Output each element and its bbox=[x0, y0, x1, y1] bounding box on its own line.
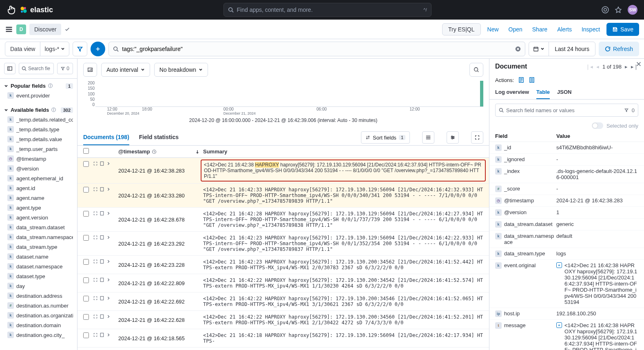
app-badge[interactable]: D bbox=[16, 24, 26, 34]
field-item[interactable]: kdata_stream.namespace bbox=[4, 232, 73, 242]
expand-icon[interactable] bbox=[93, 211, 98, 216]
dataview-selector[interactable]: Data view logs-* bbox=[5, 42, 69, 56]
expand-value-icon[interactable]: + bbox=[556, 262, 562, 268]
field-row[interactable]: k@version 1 bbox=[489, 207, 644, 219]
table-row[interactable]: 2024-12-21 @ 16:42:33.280 <142>Dec 21 16… bbox=[77, 184, 489, 208]
refresh-button[interactable]: Refresh bbox=[599, 42, 639, 56]
histogram-toggle-button[interactable] bbox=[83, 63, 97, 77]
field-item[interactable]: kdestination.domain bbox=[4, 320, 73, 330]
json-tab[interactable]: JSON bbox=[557, 89, 571, 99]
row-checkbox[interactable] bbox=[83, 211, 89, 217]
global-search-input[interactable]: Find apps, content, and more. ^/ bbox=[224, 3, 432, 17]
chevron-right-icon[interactable] bbox=[106, 187, 111, 192]
filter-button[interactable] bbox=[73, 42, 87, 56]
row-checkbox[interactable] bbox=[83, 277, 89, 283]
expand-icon[interactable] bbox=[93, 314, 98, 319]
view-icon[interactable] bbox=[100, 211, 104, 216]
row-checkbox[interactable] bbox=[83, 314, 89, 320]
guide-icon[interactable] bbox=[602, 6, 609, 13]
lens-button[interactable] bbox=[469, 63, 483, 77]
row-checkbox[interactable] bbox=[83, 296, 89, 301]
fullscreen-button[interactable] bbox=[471, 131, 483, 144]
view-icon[interactable] bbox=[100, 277, 104, 282]
field-row[interactable]: kdata_stream.namespace default bbox=[489, 230, 644, 248]
field-item[interactable]: kdata_stream.type bbox=[4, 242, 73, 252]
chevron-right-icon[interactable] bbox=[106, 277, 111, 282]
settings-button[interactable] bbox=[447, 131, 459, 144]
add-filter-button[interactable] bbox=[91, 42, 105, 56]
discover-button[interactable]: Discover bbox=[29, 24, 61, 35]
field-item[interactable]: kdataset.type bbox=[4, 271, 73, 281]
chevron-right-icon[interactable] bbox=[106, 296, 111, 301]
field-item[interactable]: kagent.type bbox=[4, 203, 73, 213]
field-item[interactable]: kdata_stream.dataset bbox=[4, 222, 73, 232]
expand-icon[interactable] bbox=[93, 235, 98, 240]
field-item[interactable]: k@version bbox=[4, 164, 73, 173]
expand-value-icon[interactable]: + bbox=[556, 322, 562, 328]
table-row[interactable]: 2024-12-21 @ 16:42:23.292 <142>Dec 21 16… bbox=[77, 232, 489, 256]
chevron-right-icon[interactable] bbox=[106, 259, 111, 264]
table-row[interactable]: 2024-12-21 @ 16:42:22.628 <142>Dec 21 16… bbox=[77, 311, 489, 329]
expand-icon[interactable] bbox=[93, 296, 98, 301]
table-row[interactable]: 2024-12-21 @ 16:42:23.228 <142>Dec 21 16… bbox=[77, 256, 489, 274]
fields-search-input[interactable]: Search fie bbox=[19, 63, 54, 74]
field-item[interactable]: k_temp.details.value bbox=[4, 134, 73, 144]
field-item[interactable]: #destination.as.number bbox=[4, 301, 73, 310]
help-icon[interactable] bbox=[615, 6, 622, 13]
field-row[interactable]: kevent.original +<142>Dec 21 16:42:38 HA… bbox=[489, 260, 644, 308]
chevron-right-icon[interactable] bbox=[106, 235, 111, 240]
sidebar-collapse-button[interactable] bbox=[4, 63, 15, 74]
documents-tab[interactable]: Documents (198) bbox=[83, 130, 129, 145]
field-item[interactable]: k_temp.details.related_command bbox=[4, 115, 73, 124]
single-doc-icon[interactable] bbox=[518, 77, 524, 83]
view-icon[interactable] bbox=[100, 235, 104, 240]
try-esql-button[interactable]: Try ES|QL bbox=[442, 23, 481, 35]
field-row[interactable]: iphost.ip 192.168.100.250 bbox=[489, 308, 644, 320]
available-fields-header[interactable]: Available fields ⓘ 302 bbox=[4, 105, 73, 115]
view-icon[interactable] bbox=[100, 259, 104, 264]
field-row[interactable]: k_ignored - bbox=[489, 154, 644, 166]
field-item[interactable]: kagent.ephemeral_id bbox=[4, 173, 73, 183]
table-row[interactable]: 2024-12-21 @ 16:42:28.678 <142>Dec 21 16… bbox=[77, 208, 489, 232]
next-page-icon[interactable]: ▸ bbox=[625, 64, 628, 70]
row-checkbox[interactable] bbox=[83, 259, 89, 265]
field-item[interactable]: kday bbox=[4, 281, 73, 291]
query-input[interactable] bbox=[108, 42, 525, 56]
share-link[interactable]: Share bbox=[529, 26, 551, 33]
chevron-right-icon[interactable] bbox=[106, 161, 111, 166]
field-filter-button[interactable]: 0 bbox=[57, 63, 73, 74]
field-statistics-tab[interactable]: Field statistics bbox=[139, 130, 179, 145]
chevron-right-icon[interactable] bbox=[106, 314, 111, 319]
field-row[interactable]: k_id s4Ti6ZMBbdhb8hi6iwU- bbox=[489, 142, 644, 154]
open-link[interactable]: Open bbox=[505, 26, 526, 33]
query-text-input[interactable] bbox=[122, 46, 512, 52]
table-row[interactable]: 2024-12-21 @ 16:42:22.809 <142>Dec 21 16… bbox=[77, 274, 489, 292]
selected-only-toggle[interactable]: Selected only bbox=[489, 121, 644, 131]
filter-icon[interactable] bbox=[624, 108, 629, 112]
close-icon[interactable] bbox=[636, 61, 642, 67]
field-item[interactable]: kdataset.name bbox=[4, 252, 73, 261]
inspect-link[interactable]: Inspect bbox=[578, 26, 603, 33]
prev-page-icon[interactable]: ◂ bbox=[596, 64, 599, 70]
field-item[interactable]: kevent.provider bbox=[4, 91, 73, 100]
field-item[interactable]: kdataset.namespace bbox=[4, 261, 73, 271]
row-checkbox[interactable] bbox=[83, 235, 89, 241]
chevron-right-icon[interactable] bbox=[106, 332, 111, 337]
density-button[interactable] bbox=[422, 131, 434, 144]
alerts-link[interactable]: Alerts bbox=[554, 26, 575, 33]
new-link[interactable]: New bbox=[484, 26, 502, 33]
field-item[interactable]: kagent.version bbox=[4, 213, 73, 222]
row-checkbox[interactable] bbox=[83, 161, 89, 167]
view-icon[interactable] bbox=[100, 314, 104, 319]
field-item[interactable]: kagent.id bbox=[4, 183, 73, 193]
elastic-logo[interactable]: elastic bbox=[20, 6, 53, 14]
view-icon[interactable] bbox=[100, 332, 104, 337]
select-all-checkbox[interactable] bbox=[83, 148, 89, 154]
view-icon[interactable] bbox=[100, 161, 104, 166]
save-button[interactable]: Save bbox=[606, 23, 639, 36]
expand-icon[interactable] bbox=[93, 332, 98, 337]
expand-icon[interactable] bbox=[93, 161, 98, 166]
field-row[interactable]: ◷@timestamp 2024-12-21 @ 16:42:38.283 bbox=[489, 195, 644, 207]
popular-fields-header[interactable]: Popular fields ⓘ 1 bbox=[4, 81, 73, 91]
clear-icon[interactable] bbox=[515, 46, 521, 52]
